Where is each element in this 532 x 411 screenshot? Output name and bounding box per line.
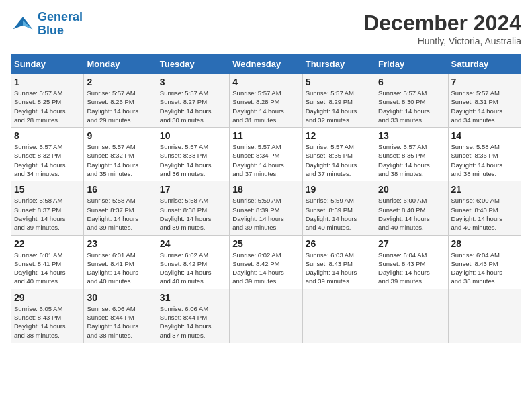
day-number: 29 — [14, 292, 81, 303]
day-number: 12 — [306, 130, 372, 141]
day-info: Sunrise: 6:06 AM Sunset: 8:44 PM Dayligh… — [160, 304, 226, 340]
day-number: 24 — [160, 238, 226, 249]
day-info: Sunrise: 5:57 AM Sunset: 8:34 PM Dayligh… — [232, 142, 299, 178]
week-row-3: 15 Sunrise: 5:58 AM Sunset: 8:37 PM Dayl… — [11, 181, 521, 235]
day-number: 18 — [232, 184, 299, 195]
day-info: Sunrise: 5:57 AM Sunset: 8:28 PM Dayligh… — [232, 89, 299, 124]
day-cell: 10 Sunrise: 5:57 AM Sunset: 8:33 PM Dayl… — [157, 128, 229, 181]
day-info: Sunrise: 5:57 AM Sunset: 8:32 PM Dayligh… — [14, 142, 81, 178]
day-info: Sunrise: 5:59 AM Sunset: 8:39 PM Dayligh… — [232, 196, 299, 232]
day-number: 30 — [87, 292, 153, 303]
logo: General Blue — [11, 11, 83, 38]
day-info: Sunrise: 6:03 AM Sunset: 8:43 PM Dayligh… — [306, 250, 372, 286]
day-cell: 12 Sunrise: 5:57 AM Sunset: 8:35 PM Dayl… — [302, 128, 375, 181]
day-number: 10 — [160, 130, 226, 141]
day-info: Sunrise: 5:57 AM Sunset: 8:25 PM Dayligh… — [14, 89, 81, 124]
day-info: Sunrise: 6:05 AM Sunset: 8:43 PM Dayligh… — [14, 304, 81, 340]
day-number: 7 — [451, 77, 518, 87]
day-cell: 21 Sunrise: 6:00 AM Sunset: 8:40 PM Dayl… — [448, 181, 521, 235]
day-number: 4 — [232, 77, 299, 87]
day-cell: 7 Sunrise: 5:57 AM Sunset: 8:31 PM Dayli… — [448, 74, 521, 128]
day-cell: 27 Sunrise: 6:04 AM Sunset: 8:43 PM Dayl… — [375, 235, 448, 289]
day-header-saturday: Saturday — [448, 55, 521, 74]
day-cell: 30 Sunrise: 6:06 AM Sunset: 8:44 PM Dayl… — [84, 289, 157, 342]
day-header-thursday: Thursday — [302, 55, 375, 74]
day-info: Sunrise: 5:58 AM Sunset: 8:38 PM Dayligh… — [160, 196, 226, 232]
location: Huntly, Victoria, Australia — [363, 36, 521, 46]
day-number: 1 — [14, 77, 81, 87]
day-info: Sunrise: 5:58 AM Sunset: 8:36 PM Dayligh… — [451, 142, 518, 178]
day-info: Sunrise: 5:59 AM Sunset: 8:39 PM Dayligh… — [306, 196, 372, 232]
day-header-wednesday: Wednesday — [230, 55, 302, 74]
day-info: Sunrise: 5:57 AM Sunset: 8:35 PM Dayligh… — [378, 142, 445, 178]
day-cell: 17 Sunrise: 5:58 AM Sunset: 8:38 PM Dayl… — [157, 181, 229, 235]
day-cell: 29 Sunrise: 6:05 AM Sunset: 8:43 PM Dayl… — [11, 289, 84, 342]
day-cell: 24 Sunrise: 6:02 AM Sunset: 8:42 PM Dayl… — [157, 235, 229, 289]
month-title: December 2024 — [363, 11, 521, 36]
day-cell: 9 Sunrise: 5:57 AM Sunset: 8:32 PM Dayli… — [84, 128, 157, 181]
day-number: 6 — [378, 77, 445, 87]
week-row-1: 1 Sunrise: 5:57 AM Sunset: 8:25 PM Dayli… — [11, 74, 521, 128]
day-info: Sunrise: 6:04 AM Sunset: 8:43 PM Dayligh… — [451, 250, 518, 286]
day-number: 2 — [87, 77, 153, 87]
day-cell — [230, 289, 302, 342]
day-cell: 16 Sunrise: 5:58 AM Sunset: 8:37 PM Dayl… — [84, 181, 157, 235]
day-info: Sunrise: 6:04 AM Sunset: 8:43 PM Dayligh… — [378, 250, 445, 286]
day-number: 16 — [87, 184, 153, 195]
day-cell: 13 Sunrise: 5:57 AM Sunset: 8:35 PM Dayl… — [375, 128, 448, 181]
day-number: 23 — [87, 238, 153, 249]
day-info: Sunrise: 5:58 AM Sunset: 8:37 PM Dayligh… — [87, 196, 153, 232]
day-number: 11 — [232, 130, 299, 141]
day-cell: 19 Sunrise: 5:59 AM Sunset: 8:39 PM Dayl… — [302, 181, 375, 235]
day-cell: 4 Sunrise: 5:57 AM Sunset: 8:28 PM Dayli… — [230, 74, 302, 128]
day-info: Sunrise: 5:57 AM Sunset: 8:31 PM Dayligh… — [451, 89, 518, 124]
day-cell: 5 Sunrise: 5:57 AM Sunset: 8:29 PM Dayli… — [302, 74, 375, 128]
svg-marker-1 — [23, 20, 32, 29]
day-info: Sunrise: 5:57 AM Sunset: 8:35 PM Dayligh… — [306, 142, 372, 178]
header-row: SundayMondayTuesdayWednesdayThursdayFrid… — [11, 55, 521, 74]
day-number: 8 — [14, 130, 81, 141]
day-number: 25 — [232, 238, 299, 249]
day-cell — [302, 289, 375, 342]
day-header-friday: Friday — [375, 55, 448, 74]
day-info: Sunrise: 6:06 AM Sunset: 8:44 PM Dayligh… — [87, 304, 153, 340]
day-number: 28 — [451, 238, 518, 249]
day-cell: 11 Sunrise: 5:57 AM Sunset: 8:34 PM Dayl… — [230, 128, 302, 181]
day-header-sunday: Sunday — [11, 55, 84, 74]
day-number: 19 — [306, 184, 372, 195]
day-cell: 25 Sunrise: 6:02 AM Sunset: 8:42 PM Dayl… — [230, 235, 302, 289]
day-cell: 22 Sunrise: 6:01 AM Sunset: 8:41 PM Dayl… — [11, 235, 84, 289]
day-cell: 28 Sunrise: 6:04 AM Sunset: 8:43 PM Dayl… — [448, 235, 521, 289]
day-number: 26 — [306, 238, 372, 249]
day-info: Sunrise: 6:01 AM Sunset: 8:41 PM Dayligh… — [87, 250, 153, 286]
calendar-table: SundayMondayTuesdayWednesdayThursdayFrid… — [11, 54, 521, 343]
day-info: Sunrise: 5:57 AM Sunset: 8:29 PM Dayligh… — [306, 89, 372, 124]
day-cell: 18 Sunrise: 5:59 AM Sunset: 8:39 PM Dayl… — [230, 181, 302, 235]
day-number: 14 — [451, 130, 518, 141]
day-cell: 20 Sunrise: 6:00 AM Sunset: 8:40 PM Dayl… — [375, 181, 448, 235]
day-info: Sunrise: 5:57 AM Sunset: 8:32 PM Dayligh… — [87, 142, 153, 178]
day-info: Sunrise: 6:02 AM Sunset: 8:42 PM Dayligh… — [232, 250, 299, 286]
day-cell: 15 Sunrise: 5:58 AM Sunset: 8:37 PM Dayl… — [11, 181, 84, 235]
logo-icon — [11, 12, 35, 36]
day-info: Sunrise: 6:00 AM Sunset: 8:40 PM Dayligh… — [451, 196, 518, 232]
day-info: Sunrise: 6:01 AM Sunset: 8:41 PM Dayligh… — [14, 250, 81, 286]
day-info: Sunrise: 6:00 AM Sunset: 8:40 PM Dayligh… — [378, 196, 445, 232]
day-info: Sunrise: 5:57 AM Sunset: 8:26 PM Dayligh… — [87, 89, 153, 124]
day-number: 3 — [160, 77, 226, 87]
day-cell: 8 Sunrise: 5:57 AM Sunset: 8:32 PM Dayli… — [11, 128, 84, 181]
day-info: Sunrise: 5:58 AM Sunset: 8:37 PM Dayligh… — [14, 196, 81, 232]
day-cell: 2 Sunrise: 5:57 AM Sunset: 8:26 PM Dayli… — [84, 74, 157, 128]
day-cell: 26 Sunrise: 6:03 AM Sunset: 8:43 PM Dayl… — [302, 235, 375, 289]
day-info: Sunrise: 5:57 AM Sunset: 8:27 PM Dayligh… — [160, 89, 226, 124]
day-cell: 31 Sunrise: 6:06 AM Sunset: 8:44 PM Dayl… — [157, 289, 229, 342]
day-number: 22 — [14, 238, 81, 249]
day-number: 20 — [378, 184, 445, 195]
day-header-tuesday: Tuesday — [157, 55, 229, 74]
day-number: 21 — [451, 184, 518, 195]
day-cell: 3 Sunrise: 5:57 AM Sunset: 8:27 PM Dayli… — [157, 74, 229, 128]
page-header: General Blue December 2024 Huntly, Victo… — [11, 11, 521, 46]
day-number: 17 — [160, 184, 226, 195]
day-cell: 23 Sunrise: 6:01 AM Sunset: 8:41 PM Dayl… — [84, 235, 157, 289]
day-number: 9 — [87, 130, 153, 141]
